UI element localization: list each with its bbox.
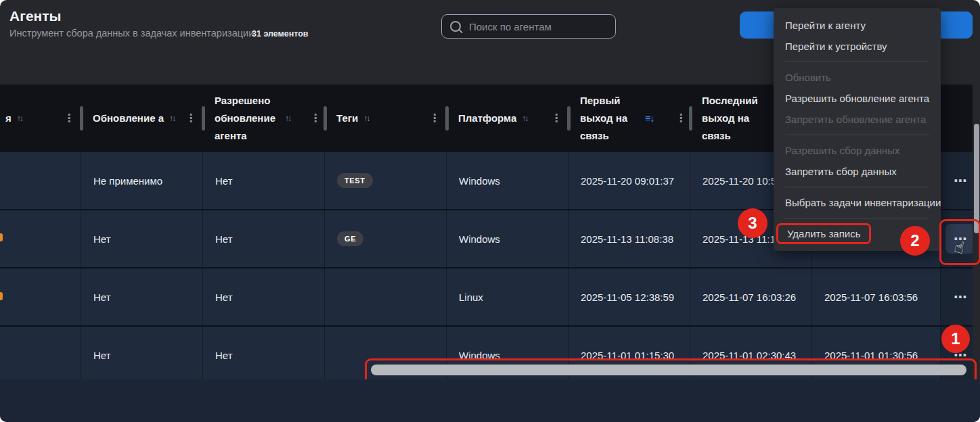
cell-update: Нет	[81, 268, 203, 325]
column-menu-icon[interactable]: ⋮	[675, 110, 686, 127]
sort-icon[interactable]: ↑↓	[285, 110, 290, 127]
cell-platform: Linux	[447, 268, 569, 325]
agents-page: Агенты Инструмент сбора данных в задачах…	[0, 0, 980, 422]
column-header-platform[interactable]: Платформа ↑↓ ⋮	[447, 85, 569, 152]
search-input[interactable]	[468, 20, 607, 33]
sort-icon[interactable]: ↑↓	[363, 110, 369, 127]
menu-item-forbid-data-collection[interactable]: Запретить сбор данных	[774, 161, 941, 182]
cell-platform: Windows	[447, 210, 569, 267]
page-title: Агенты	[9, 8, 62, 24]
sort-icon[interactable]: ↑↓	[17, 110, 22, 127]
menu-item-forbid-agent-update: Запретить обновление агента	[774, 109, 941, 130]
column-menu-icon[interactable]: ⋮	[64, 110, 74, 127]
column-menu-icon[interactable]: ⋮	[429, 110, 440, 127]
menu-divider	[785, 218, 929, 218]
sort-descending-active-icon[interactable]: ≡↓	[645, 110, 654, 127]
menu-item-update: Обновить	[774, 67, 941, 88]
cell-allowed: Нет	[203, 152, 325, 209]
annotation-step-1: 1	[941, 325, 970, 353]
column-menu-icon[interactable]: ⋮	[185, 110, 196, 127]
row-actions-button[interactable]: ⋯	[945, 166, 975, 195]
column-header-update-allowed[interactable]: Разрешено обновление агента ↑↓ ⋮	[203, 85, 325, 152]
column-header-first-contact[interactable]: Первый выход на связь ≡↓ ⋮	[569, 85, 690, 152]
cell-update: Нет	[81, 210, 203, 267]
menu-item-delete-record[interactable]: Удалить запись	[776, 223, 871, 244]
cell-first-contact: 2025-11-13 11:08:38	[569, 210, 690, 267]
table-row[interactable]: Нет Нет Linux 2025-11-05 12:38:59 2025-1…	[0, 268, 980, 327]
column-header-tags[interactable]: Теги ↑↓ ⋮	[325, 85, 447, 152]
items-count: 31 элементов	[252, 29, 309, 39]
row-actions-button[interactable]: ⋯	[945, 282, 975, 312]
tag-badge: GE	[337, 231, 363, 246]
menu-divider	[785, 135, 929, 135]
column-menu-icon[interactable]: ⋮	[310, 110, 321, 127]
column-header-version[interactable]: я ↑↓ ⋮	[0, 85, 81, 152]
cell-allowed: Нет	[203, 268, 325, 325]
search-field[interactable]	[441, 14, 616, 39]
annotation-step-3: 3	[738, 208, 767, 238]
search-icon	[450, 21, 461, 32]
annotation-step-2: 2	[900, 226, 930, 256]
status-indicator	[0, 233, 3, 241]
menu-item-select-inventory-tasks[interactable]: Выбрать задачи инвентаризации	[774, 192, 941, 213]
cell-first-contact: 2025-11-20 09:01:37	[569, 152, 690, 209]
cell-allowed: Нет	[203, 327, 325, 383]
sort-icon[interactable]: ↑↓	[522, 110, 527, 127]
cell-platform: Windows	[447, 152, 569, 209]
status-indicator	[0, 292, 3, 300]
column-header-update[interactable]: Обновление а ↑↓ ⋮	[81, 85, 203, 152]
page-subtitle: Инструмент сбора данных в задачах инвент…	[9, 28, 254, 39]
menu-item-allow-data-collection: Разрешить сбор данных	[774, 140, 941, 161]
column-menu-icon[interactable]: ⋮	[551, 110, 562, 127]
vertical-scrollbar-thumb[interactable]	[974, 124, 979, 233]
pagination-bar: Номер 1 ▲ ▼ Перейти Строк на странице 10…	[0, 379, 980, 422]
horizontal-scrollbar-thumb[interactable]	[371, 365, 966, 375]
cell-extra: 2025-11-07 16:03:56	[812, 268, 941, 325]
cell-update: Нет	[81, 327, 203, 383]
cell-allowed: Нет	[203, 210, 325, 267]
row-context-menu: Перейти к агенту Перейти к устройству Об…	[774, 8, 941, 251]
tag-badge: TEST	[337, 173, 373, 188]
menu-divider	[785, 187, 929, 187]
menu-divider	[785, 62, 929, 62]
menu-item-go-to-agent[interactable]: Перейти к агенту	[774, 15, 941, 36]
menu-item-go-to-device[interactable]: Перейти к устройству	[774, 36, 941, 57]
cell-last-contact: 2025-11-07 16:03:26	[690, 268, 812, 325]
cell-update: Не применимо	[81, 152, 203, 209]
cell-first-contact: 2025-11-05 12:38:59	[569, 268, 690, 325]
sort-icon[interactable]: ↑↓	[169, 110, 175, 127]
menu-item-allow-agent-update[interactable]: Разрешить обновление агента	[774, 88, 941, 109]
